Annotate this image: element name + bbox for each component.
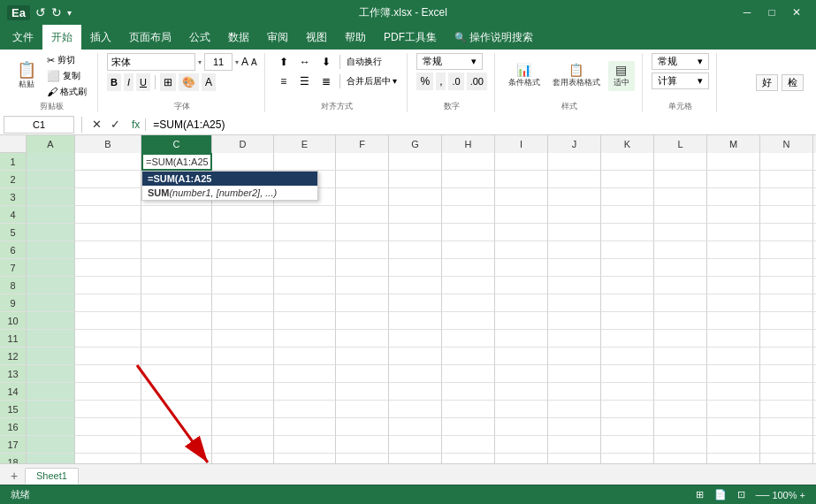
zoom-slider[interactable]: ── 100% + — [752, 490, 809, 500]
cell-K15[interactable] — [601, 401, 654, 418]
cell-K13[interactable] — [601, 365, 654, 383]
bold-button[interactable]: B — [107, 73, 121, 91]
cell-K6[interactable] — [601, 241, 654, 259]
cell-H17[interactable] — [442, 436, 495, 454]
row-num-15[interactable]: 15 — [0, 401, 27, 418]
col-header-H[interactable]: H — [442, 135, 495, 153]
cell-L16[interactable] — [654, 418, 707, 436]
cell-E18[interactable] — [274, 454, 336, 463]
cell-I18[interactable] — [495, 454, 548, 463]
cell-H3[interactable] — [442, 188, 495, 206]
cell-C11[interactable] — [141, 330, 212, 347]
cell-B6[interactable] — [75, 241, 141, 259]
cell-M15[interactable] — [707, 401, 760, 418]
cell-M18[interactable] — [707, 454, 760, 463]
cell-A9[interactable] — [27, 294, 75, 312]
cell-G14[interactable] — [389, 383, 442, 401]
cell-B18[interactable] — [75, 454, 141, 463]
copy-button[interactable]: ⬜ 复制 — [43, 69, 90, 83]
cell-L11[interactable] — [654, 330, 707, 347]
tab-pdf[interactable]: PDF工具集 — [375, 25, 446, 50]
cell-J5[interactable] — [548, 224, 601, 241]
cell-N11[interactable] — [760, 330, 813, 347]
cell-L12[interactable] — [654, 347, 707, 365]
confirm-formula-button[interactable]: ✓ — [108, 117, 123, 132]
cell-A3[interactable] — [27, 188, 75, 206]
cell-A4[interactable] — [27, 206, 75, 224]
cell-H4[interactable] — [442, 206, 495, 224]
cell-L7[interactable] — [654, 259, 707, 277]
cell-G7[interactable] — [389, 259, 442, 277]
cell-C4[interactable] — [141, 206, 212, 224]
cell-I5[interactable] — [495, 224, 548, 241]
format-dropdown[interactable]: 常规 ▾ — [652, 53, 709, 70]
cell-N2[interactable] — [760, 171, 813, 188]
paste-button[interactable]: 📋 粘贴 — [12, 59, 41, 93]
cell-H1[interactable] — [442, 153, 495, 171]
cell-L3[interactable] — [654, 188, 707, 206]
cell-E5[interactable] — [274, 224, 336, 241]
cell-F16[interactable] — [336, 418, 389, 436]
cell-K14[interactable] — [601, 383, 654, 401]
cell-J4[interactable] — [548, 206, 601, 224]
cell-M14[interactable] — [707, 383, 760, 401]
tab-insert[interactable]: 插入 — [81, 25, 120, 50]
cell-J17[interactable] — [548, 436, 601, 454]
cell-B10[interactable] — [75, 312, 141, 330]
tab-search[interactable]: 🔍 操作说明搜索 — [446, 25, 542, 50]
cell-H9[interactable] — [442, 294, 495, 312]
cell-D8[interactable] — [212, 277, 274, 294]
cell-D14[interactable] — [212, 383, 274, 401]
cell-J18[interactable] — [548, 454, 601, 463]
cell-C6[interactable] — [141, 241, 212, 259]
cell-B3[interactable] — [75, 188, 141, 206]
cell-N4[interactable] — [760, 206, 813, 224]
col-header-F[interactable]: F — [336, 135, 389, 153]
cell-H15[interactable] — [442, 401, 495, 418]
cell-N5[interactable] — [760, 224, 813, 241]
cell-N18[interactable] — [760, 454, 813, 463]
cell-D1[interactable] — [212, 153, 274, 171]
cell-B1[interactable] — [75, 153, 141, 171]
number-format-dropdown[interactable]: 常规 ▾ — [416, 53, 483, 70]
cell-N12[interactable] — [760, 347, 813, 365]
cell-C18[interactable] — [141, 454, 212, 463]
cell-D10[interactable] — [212, 312, 274, 330]
cell-A11[interactable] — [27, 330, 75, 347]
cell-N3[interactable] — [760, 188, 813, 206]
cell-D7[interactable] — [212, 259, 274, 277]
cell-H6[interactable] — [442, 241, 495, 259]
font-size-dropdown[interactable]: ▾ — [235, 58, 239, 66]
sheet-tab-1[interactable]: Sheet1 — [25, 468, 79, 485]
cell-J14[interactable] — [548, 383, 601, 401]
cell-C5[interactable] — [141, 224, 212, 241]
cell-G11[interactable] — [389, 330, 442, 347]
cell-F7[interactable] — [336, 259, 389, 277]
cell-M8[interactable] — [707, 277, 760, 294]
align-bottom-button[interactable]: ⬇ — [316, 53, 336, 70]
cell-K9[interactable] — [601, 294, 654, 312]
cell-B17[interactable] — [75, 436, 141, 454]
cell-H5[interactable] — [442, 224, 495, 241]
cell-B16[interactable] — [75, 418, 141, 436]
cell-D18[interactable] — [212, 454, 274, 463]
cell-I1[interactable] — [495, 153, 548, 171]
cell-F9[interactable] — [336, 294, 389, 312]
cell-G3[interactable] — [389, 188, 442, 206]
cell-style-button[interactable]: ▤ 适中 — [608, 61, 635, 91]
cell-I9[interactable] — [495, 294, 548, 312]
cell-I10[interactable] — [495, 312, 548, 330]
cell-L2[interactable] — [654, 171, 707, 188]
cell-J6[interactable] — [548, 241, 601, 259]
cell-C1[interactable]: =SUM(A1:A25 — [141, 153, 212, 171]
cell-K18[interactable] — [601, 454, 654, 463]
cell-L6[interactable] — [654, 241, 707, 259]
cell-D15[interactable] — [212, 401, 274, 418]
cell-A1[interactable] — [27, 153, 75, 171]
cell-A8[interactable] — [27, 277, 75, 294]
cell-I8[interactable] — [495, 277, 548, 294]
cell-A12[interactable] — [27, 347, 75, 365]
row-num-1[interactable]: 1 — [0, 153, 27, 171]
tab-help[interactable]: 帮助 — [336, 25, 375, 50]
cell-J3[interactable] — [548, 188, 601, 206]
